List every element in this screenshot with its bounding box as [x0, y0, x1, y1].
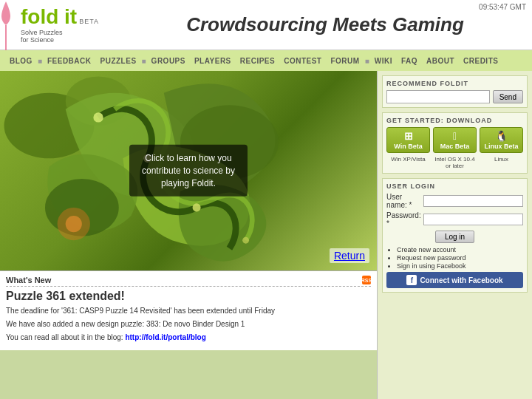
apple-icon: : [435, 130, 474, 142]
right-panel: RECOMMEND FOLDIT Send GET STARTED: DOWNL…: [377, 71, 532, 399]
login-section: USER LOGIN User name: * Password: * Log …: [382, 178, 528, 293]
sign-in-facebook-link[interactable]: Sign in using Facebook: [397, 262, 523, 270]
nav-faq[interactable]: FAQ: [398, 55, 421, 66]
news-paragraph-2: We have also added a new design puzzle: …: [6, 319, 371, 330]
click-to-learn-overlay[interactable]: Click to learn how you contribute to sci…: [129, 145, 248, 197]
nav-forum[interactable]: FORUM: [327, 55, 363, 66]
download-label: GET STARTED: DOWNLOAD: [386, 117, 523, 124]
login-options: Create new account Request new password …: [386, 246, 523, 270]
nav-players[interactable]: PLAYERS: [191, 55, 235, 66]
navbar: BLOG ■ FEEDBACK PUZZLES ■ GROUPS PLAYERS…: [0, 50, 532, 71]
svg-point-7: [193, 203, 201, 211]
mac-sub: Intel OS X 10.4 or later: [433, 156, 477, 169]
svg-point-10: [66, 216, 82, 232]
news-paragraph-3: You can read all about it in the blog: h…: [6, 332, 371, 343]
nav-credits[interactable]: CREDITS: [460, 55, 502, 66]
facebook-icon: f: [406, 275, 417, 285]
login-button[interactable]: Log in: [435, 231, 474, 243]
nav-contest[interactable]: CONTEST: [280, 55, 325, 66]
nav-feedback[interactable]: FEEDBACK: [44, 55, 95, 66]
download-buttons: ⊞ Win Beta  Mac Beta 🐧 Linux Beta: [386, 127, 523, 153]
nav-recipes[interactable]: RECIPES: [236, 55, 279, 66]
recommend-label: RECOMMEND FOLDIT: [386, 80, 523, 87]
svg-point-5: [93, 112, 103, 122]
login-label: USER LOGIN: [386, 183, 523, 190]
protein-visualization[interactable]: Click to learn how you contribute to sci…: [0, 71, 377, 270]
main-content: Click to learn how you contribute to sci…: [0, 71, 532, 399]
win-beta-button[interactable]: ⊞ Win Beta: [386, 127, 430, 153]
nav-wiki[interactable]: WIKI: [371, 55, 396, 66]
win-sub: Win XP/Vista: [386, 156, 430, 169]
click-to-learn-text: Click to learn how you contribute to sci…: [142, 153, 235, 188]
win-beta-label: Win Beta: [394, 143, 422, 150]
nav-puzzles[interactable]: PUZZLES: [97, 55, 140, 66]
download-labels: Win XP/Vista Intel OS X 10.4 or later Li…: [386, 156, 523, 169]
header: fold it BETA Solve Puzzles for Science C…: [0, 0, 532, 50]
left-panel: Click to learn how you contribute to sci…: [0, 71, 377, 399]
logo-beta: BETA: [79, 18, 99, 25]
page-title: Crowdsourcing Meets Gaming: [124, 13, 526, 36]
username-label: User name: *: [386, 193, 423, 209]
timestamp: 09:53:47 GMT: [479, 3, 526, 11]
blog-link[interactable]: http://fold.it/portal/blog: [125, 333, 205, 341]
create-account-link[interactable]: Create new account: [397, 246, 523, 253]
facebook-connect-button[interactable]: f Connect with Facebook: [386, 272, 523, 288]
mac-beta-button[interactable]:  Mac Beta: [433, 127, 477, 153]
nav-groups[interactable]: GROUPS: [148, 55, 189, 66]
return-link[interactable]: Return: [330, 248, 369, 263]
ribbon-decoration: [0, 0, 12, 50]
send-button[interactable]: Send: [493, 90, 523, 103]
news-title: Puzzle 361 extended!: [6, 290, 371, 303]
download-section: GET STARTED: DOWNLOAD ⊞ Win Beta  Mac B…: [382, 112, 528, 174]
rss-icon[interactable]: RSS: [362, 276, 371, 284]
username-input[interactable]: [423, 195, 523, 207]
linux-sub: Linux: [480, 156, 523, 169]
recommend-row: Send: [386, 90, 523, 103]
logo-text: fold it: [21, 7, 77, 27]
whats-new-label: What's New: [6, 276, 51, 284]
news-section: What's New RSS Puzzle 361 extended! The …: [0, 270, 377, 350]
svg-point-8: [242, 237, 249, 244]
news-paragraph-1: The deadline for '361: CASP9 Puzzle 14 R…: [6, 306, 371, 316]
username-row: User name: *: [386, 193, 523, 209]
whats-new-header: What's New RSS: [6, 276, 371, 287]
password-input[interactable]: [423, 214, 523, 225]
mac-beta-label: Mac Beta: [440, 143, 470, 150]
nav-about[interactable]: ABOUT: [423, 55, 458, 66]
nav-blog[interactable]: BLOG: [6, 55, 36, 66]
request-password-link[interactable]: Request new password: [397, 254, 523, 262]
facebook-button-label: Connect with Facebook: [420, 276, 502, 284]
logo-subtitle: Solve Puzzles for Science: [21, 29, 124, 44]
recommend-section: RECOMMEND FOLDIT Send: [382, 75, 528, 108]
password-row: Password: *: [386, 211, 523, 228]
windows-icon: ⊞: [389, 130, 428, 142]
linux-beta-button[interactable]: 🐧 Linux Beta: [480, 127, 523, 153]
linux-icon: 🐧: [482, 130, 521, 142]
linux-beta-label: Linux Beta: [484, 143, 518, 150]
password-label: Password: *: [386, 211, 423, 228]
recommend-input[interactable]: [386, 90, 490, 103]
logo: fold it BETA Solve Puzzles for Science: [21, 7, 124, 44]
